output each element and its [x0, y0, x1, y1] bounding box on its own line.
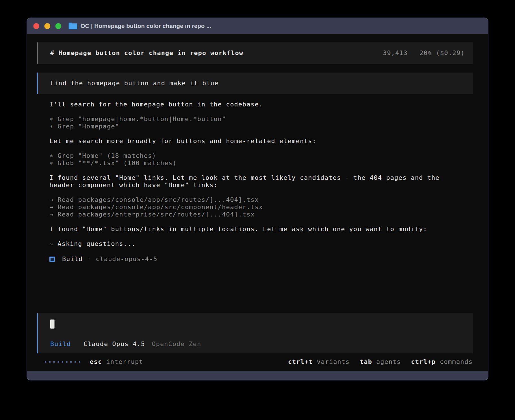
hint-label: commands	[440, 358, 473, 365]
window-footer-strip	[27, 371, 488, 380]
hint-label: variants	[317, 358, 350, 365]
terminal-content: # Homepage button color change in repo w…	[27, 34, 488, 371]
traffic-lights	[33, 23, 61, 29]
text-cursor	[50, 320, 54, 329]
hint-key: ctrl+p	[411, 358, 436, 365]
agent-model: claude-opus-4-5	[96, 255, 157, 263]
hint-interrupt: esc interrupt	[90, 358, 143, 366]
terminal-window: OC | Homepage button color change in rep…	[27, 18, 488, 380]
tool-call-line: → Read packages/enterprise/src/routes/[.…	[49, 211, 456, 218]
status-hints-right: ctrl+t variants tab agents ctrl+p comman…	[288, 358, 473, 366]
user-message-text: Find the homepage button and make it blu…	[50, 80, 219, 87]
assistant-text: I found "Home" buttons/links in multiple…	[49, 226, 456, 233]
spinner-dots	[45, 361, 80, 363]
window-title: OC | Homepage button color change in rep…	[80, 23, 211, 29]
session-header: # Homepage button color change in repo w…	[37, 42, 473, 64]
assistant-line: Let me search more broadly for buttons a…	[49, 137, 456, 145]
token-count: 39,413	[383, 49, 407, 56]
prompt-agent-label[interactable]: Build	[50, 340, 71, 348]
hint-agents: tab agents	[360, 358, 401, 366]
agent-status-line: Build · claude-opus-4-5	[37, 255, 473, 263]
status-bar: esc interrupt ctrl+t variants tab agents…	[37, 356, 473, 368]
tool-calls-grep: ∗ Grep "homepage|home.*button|Home.*butt…	[49, 115, 456, 130]
assistant-text: I found several "Home" links. Let me loo…	[49, 174, 456, 189]
user-message: Find the homepage button and make it blu…	[37, 73, 473, 94]
tool-call-line: ∗ Grep "homepage|home.*button|Home.*butt…	[49, 115, 456, 123]
hint-key: esc	[90, 358, 102, 365]
close-button[interactable]	[33, 23, 39, 29]
tool-calls-read: → Read packages/console/app/src/routes/[…	[49, 196, 456, 218]
prompt-footer: Build Claude Opus 4.5 OpenCode Zen	[50, 340, 465, 348]
folder-icon	[69, 23, 77, 29]
tool-call-line: ∗ Grep "Homepage"	[49, 123, 456, 130]
tool-call-line: ∗ Glob "**/*.tsx" (100 matches)	[49, 159, 456, 167]
hint-commands: ctrl+p commands	[411, 358, 473, 366]
tool-call-line: → Read packages/console/app/src/componen…	[49, 204, 456, 211]
session-title: # Homepage button color change in repo w…	[50, 49, 243, 57]
agent-build-icon	[49, 257, 55, 262]
window-titlebar[interactable]: OC | Homepage button color change in rep…	[27, 18, 488, 34]
tool-call-line: ∗ Grep "Home" (18 matches)	[49, 152, 456, 159]
zoom-button[interactable]	[55, 23, 61, 29]
context-cost: 20% ($0.29)	[420, 49, 465, 56]
assistant-line: I'll search for the homepage button in t…	[49, 101, 456, 108]
flex-spacer	[37, 263, 473, 313]
assistant-text: Let me search more broadly for buttons a…	[49, 137, 456, 145]
tool-calls-search: ∗ Grep "Home" (18 matches) ∗ Glob "**/*.…	[49, 152, 456, 167]
session-meta: 39,413 20% ($0.29)	[383, 49, 465, 57]
agent-name: Build	[62, 255, 83, 263]
assistant-line: I found "Home" buttons/links in multiple…	[49, 226, 456, 233]
assistant-status-text: ~ Asking questions...	[49, 240, 456, 248]
assistant-line: I found several "Home" links. Let me loo…	[49, 174, 456, 189]
prompt-input[interactable]: Build Claude Opus 4.5 OpenCode Zen	[37, 313, 473, 353]
hint-key: tab	[360, 358, 372, 365]
hint-label: interrupt	[106, 358, 143, 365]
minimize-button[interactable]	[44, 23, 50, 29]
prompt-model-label: Claude Opus 4.5	[84, 340, 145, 348]
tool-call-line: → Read packages/console/app/src/routes/[…	[49, 196, 456, 204]
prompt-provider-label: OpenCode Zen	[152, 340, 201, 348]
titlebar-title-group: OC | Homepage button color change in rep…	[69, 23, 211, 29]
agent-separator: ·	[87, 255, 91, 263]
hint-key: ctrl+t	[288, 358, 313, 365]
assistant-line: ~ Asking questions...	[49, 240, 456, 248]
assistant-text: I'll search for the homepage button in t…	[49, 101, 456, 108]
hint-variants: ctrl+t variants	[288, 358, 350, 366]
assistant-transcript: I'll search for the homepage button in t…	[37, 101, 473, 255]
hint-label: agents	[376, 358, 401, 365]
